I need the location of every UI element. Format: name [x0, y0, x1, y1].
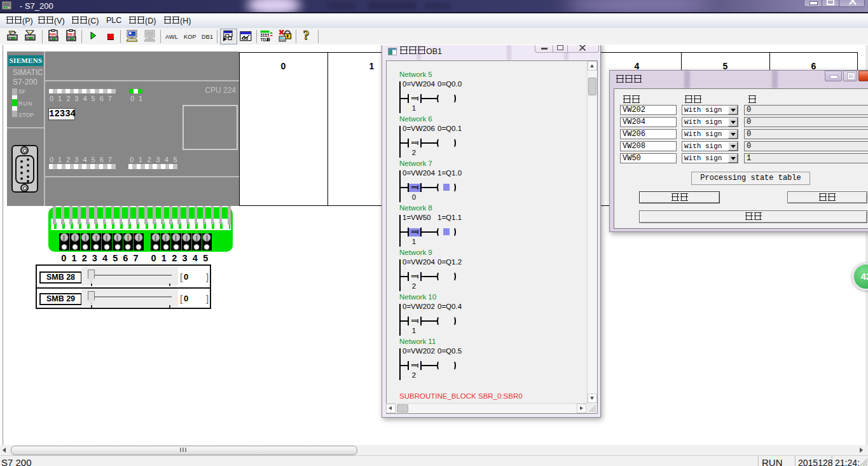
- svg-text:AWL: AWL: [49, 32, 58, 36]
- svg-text:DB1: DB1: [67, 32, 75, 36]
- svg-text:?: ?: [303, 29, 309, 42]
